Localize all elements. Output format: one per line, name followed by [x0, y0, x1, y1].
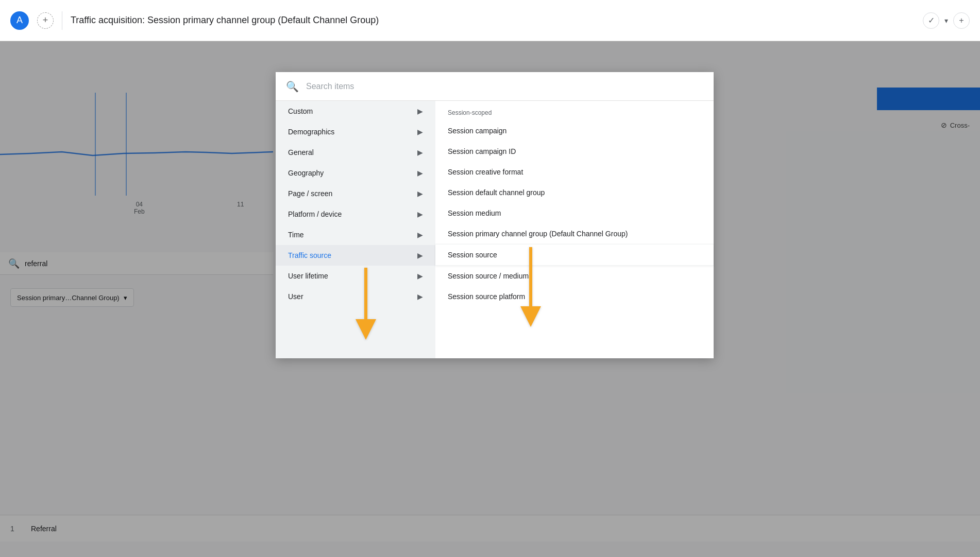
right-item-session-campaign-label: Session campaign	[448, 127, 506, 135]
avatar[interactable]: A	[10, 11, 29, 30]
menu-item-traffic-source[interactable]: Traffic source ▶	[276, 245, 435, 266]
header-bar: A + Traffic acquisition: Session primary…	[0, 0, 980, 41]
menu-item-user[interactable]: User ▶	[276, 286, 435, 307]
menu-item-user-lifetime[interactable]: User lifetime ▶	[276, 266, 435, 286]
menu-item-page-screen[interactable]: Page / screen ▶	[276, 183, 435, 204]
page-title: Traffic acquisition: Session primary cha…	[71, 15, 915, 26]
menu-item-platform-device-arrow: ▶	[417, 210, 423, 218]
right-item-session-creative-format-label: Session creative format	[448, 168, 523, 176]
menu-item-user-lifetime-label: User lifetime	[288, 272, 328, 280]
header-actions: ✓ ▾ +	[923, 12, 970, 29]
right-item-session-campaign[interactable]: Session campaign	[435, 120, 714, 141]
header-divider	[62, 11, 62, 30]
menu-item-user-lifetime-arrow: ▶	[417, 272, 423, 280]
menu-item-demographics-label: Demographics	[288, 128, 334, 136]
right-item-session-source-platform-label: Session source platform	[448, 292, 525, 301]
add-report-button[interactable]: +	[953, 12, 970, 29]
right-section-header: Session-scoped	[435, 101, 714, 120]
right-item-session-primary-channel-label: Session primary channel group (Default C…	[448, 230, 628, 238]
right-item-session-campaign-id-label: Session campaign ID	[448, 147, 516, 155]
menu-item-page-screen-arrow: ▶	[417, 189, 423, 198]
right-item-session-primary-channel[interactable]: Session primary channel group (Default C…	[435, 223, 714, 244]
menu-item-general[interactable]: General ▶	[276, 142, 435, 163]
menu-item-geography[interactable]: Geography ▶	[276, 163, 435, 183]
right-item-session-default-channel[interactable]: Session default channel group	[435, 182, 714, 203]
menu-item-geography-arrow: ▶	[417, 169, 423, 177]
right-item-session-source[interactable]: Session source	[435, 244, 714, 266]
menu-item-custom-arrow: ▶	[417, 107, 423, 115]
right-item-session-default-channel-label: Session default channel group	[448, 188, 545, 197]
right-item-session-creative-format[interactable]: Session creative format	[435, 162, 714, 182]
menu-item-traffic-source-label: Traffic source	[288, 251, 331, 259]
right-item-session-source-medium[interactable]: Session source / medium	[435, 266, 714, 286]
right-item-session-medium[interactable]: Session medium	[435, 203, 714, 223]
menu-item-custom[interactable]: Custom ▶	[276, 101, 435, 121]
menu-item-time-label: Time	[288, 231, 304, 239]
dropdown-menu: Custom ▶ Demographics ▶ General ▶ Geogra…	[276, 72, 714, 358]
dropdown-right-panel: Session-scoped Session campaign Session …	[435, 101, 714, 358]
search-placeholder: Search items	[306, 82, 354, 91]
menu-item-page-screen-label: Page / screen	[288, 189, 332, 198]
check-icon-button[interactable]: ✓	[923, 12, 939, 29]
menu-item-time-arrow: ▶	[417, 231, 423, 239]
menu-item-general-arrow: ▶	[417, 148, 423, 156]
dropdown-search-bar[interactable]: 🔍 Search items	[276, 72, 714, 101]
menu-item-geography-label: Geography	[288, 169, 324, 177]
right-item-session-source-label: Session source	[448, 251, 497, 259]
dropdown-left-panel: Custom ▶ Demographics ▶ General ▶ Geogra…	[276, 101, 435, 358]
menu-item-general-label: General	[288, 148, 314, 156]
menu-item-user-arrow: ▶	[417, 292, 423, 301]
search-icon: 🔍	[286, 80, 299, 93]
menu-item-platform-device[interactable]: Platform / device ▶	[276, 204, 435, 224]
right-item-session-source-medium-label: Session source / medium	[448, 272, 529, 280]
menu-item-traffic-source-arrow: ▶	[417, 251, 423, 259]
add-tab-button[interactable]: +	[37, 12, 54, 29]
menu-item-time[interactable]: Time ▶	[276, 224, 435, 245]
right-item-session-medium-label: Session medium	[448, 209, 501, 217]
menu-item-custom-label: Custom	[288, 107, 313, 115]
right-item-session-campaign-id[interactable]: Session campaign ID	[435, 141, 714, 162]
menu-item-demographics[interactable]: Demographics ▶	[276, 121, 435, 142]
menu-item-platform-device-label: Platform / device	[288, 210, 342, 218]
menu-item-demographics-arrow: ▶	[417, 128, 423, 136]
right-item-session-source-platform[interactable]: Session source platform	[435, 286, 714, 307]
dropdown-arrow-icon[interactable]: ▾	[944, 16, 948, 25]
menu-item-user-label: User	[288, 292, 303, 301]
